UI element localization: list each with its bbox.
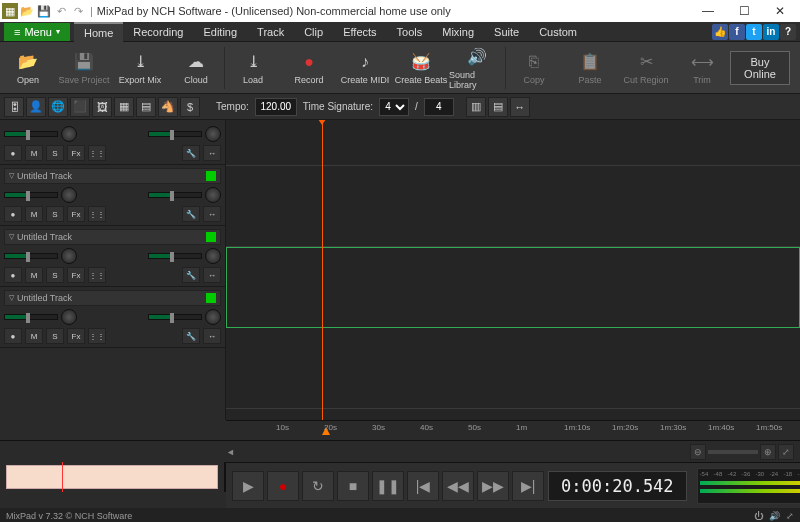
grip-button[interactable]: ⋮⋮ bbox=[88, 145, 106, 161]
main-menu-button[interactable]: Menu bbox=[4, 23, 70, 41]
linkedin-icon[interactable]: in bbox=[763, 24, 779, 40]
expand-button[interactable]: ↔ bbox=[203, 145, 221, 161]
volume-slider[interactable] bbox=[4, 192, 58, 198]
maximize-button[interactable]: ☐ bbox=[726, 0, 762, 22]
load-button[interactable]: ⤓Load bbox=[225, 44, 281, 92]
tool-icon-5[interactable]: ▦ bbox=[114, 97, 134, 117]
help-icon[interactable]: ? bbox=[780, 24, 796, 40]
solo-button[interactable]: S bbox=[46, 328, 64, 344]
record-button[interactable]: ● bbox=[4, 267, 22, 283]
tool-icon-6[interactable]: ▤ bbox=[136, 97, 156, 117]
track-2[interactable]: ▽Untitled Track●MSFx⋮⋮🔧↔ bbox=[0, 226, 225, 287]
view-icon-1[interactable]: ▤ bbox=[488, 97, 508, 117]
fx-button[interactable]: Fx bbox=[67, 267, 85, 283]
zoom-fit-button[interactable]: ⤢ bbox=[778, 444, 794, 460]
tab-effects[interactable]: Effects bbox=[333, 22, 386, 42]
tool-icon-7[interactable]: 🐴 bbox=[158, 97, 178, 117]
gain-slider[interactable] bbox=[148, 253, 202, 259]
record-button[interactable]: ● bbox=[4, 145, 22, 161]
overview-strip[interactable] bbox=[0, 462, 226, 492]
track-3[interactable]: ▽Untitled Track●MSFx⋮⋮🔧↔ bbox=[0, 287, 225, 348]
tool-icon-1[interactable]: 👤 bbox=[26, 97, 46, 117]
record-button[interactable]: ● bbox=[4, 328, 22, 344]
gain-slider[interactable] bbox=[148, 314, 202, 320]
tool-icon-8[interactable]: $ bbox=[180, 97, 200, 117]
timesig-den-input[interactable] bbox=[424, 98, 454, 116]
settings-button[interactable]: 🔧 bbox=[182, 206, 200, 222]
tab-track[interactable]: Track bbox=[247, 22, 294, 42]
status-icon-2[interactable]: ⤢ bbox=[786, 511, 794, 521]
settings-button[interactable]: 🔧 bbox=[182, 328, 200, 344]
mute-button[interactable]: M bbox=[25, 145, 43, 161]
sound-library-button[interactable]: 🔊Sound Library bbox=[449, 44, 505, 92]
timesig-num-select[interactable]: 4 bbox=[379, 98, 409, 116]
create-beats-button[interactable]: 🥁Create Beats bbox=[393, 44, 449, 92]
start-button[interactable]: |◀ bbox=[407, 471, 439, 501]
timeline[interactable] bbox=[226, 120, 800, 420]
track-lane-0[interactable] bbox=[226, 120, 800, 166]
create-midi-button[interactable]: ♪Create MIDI bbox=[337, 44, 393, 92]
pan-knob[interactable] bbox=[61, 309, 77, 325]
view-icon-0[interactable]: ▥ bbox=[466, 97, 486, 117]
fx-button[interactable]: Fx bbox=[67, 145, 85, 161]
zoom-out-button[interactable]: ⊖ bbox=[690, 444, 706, 460]
solo-button[interactable]: S bbox=[46, 145, 64, 161]
volume-slider[interactable] bbox=[4, 253, 58, 259]
expand-button[interactable]: ↔ bbox=[203, 267, 221, 283]
tab-mixing[interactable]: Mixing bbox=[432, 22, 484, 42]
twitter-icon[interactable]: t bbox=[746, 24, 762, 40]
end-button[interactable]: ▶| bbox=[512, 471, 544, 501]
tab-custom[interactable]: Custom bbox=[529, 22, 587, 42]
knob[interactable] bbox=[205, 248, 221, 264]
tool-icon-0[interactable]: 🎛 bbox=[4, 97, 24, 117]
record-button[interactable]: ● bbox=[267, 471, 299, 501]
record-button[interactable]: ●Record bbox=[281, 44, 337, 92]
volume-slider[interactable] bbox=[4, 314, 58, 320]
tab-suite[interactable]: Suite bbox=[484, 22, 529, 42]
thumb-icon[interactable]: 👍 bbox=[712, 24, 728, 40]
gain-slider[interactable] bbox=[148, 192, 202, 198]
tempo-input[interactable] bbox=[255, 98, 297, 116]
pan-knob[interactable] bbox=[61, 126, 77, 142]
mute-button[interactable]: M bbox=[25, 328, 43, 344]
track-1[interactable]: ▽Untitled Track●MSFx⋮⋮🔧↔ bbox=[0, 165, 225, 226]
forward-button[interactable]: ▶▶ bbox=[477, 471, 509, 501]
settings-button[interactable]: 🔧 bbox=[182, 145, 200, 161]
pause-button[interactable]: ❚❚ bbox=[372, 471, 404, 501]
tab-editing[interactable]: Editing bbox=[193, 22, 247, 42]
mute-button[interactable]: M bbox=[25, 206, 43, 222]
tab-clip[interactable]: Clip bbox=[294, 22, 333, 42]
knob[interactable] bbox=[205, 187, 221, 203]
solo-button[interactable]: S bbox=[46, 267, 64, 283]
playhead[interactable] bbox=[322, 120, 323, 420]
fx-button[interactable]: Fx bbox=[67, 328, 85, 344]
zoom-slider[interactable] bbox=[708, 450, 758, 454]
status-icon-1[interactable]: 🔊 bbox=[769, 511, 780, 521]
knob[interactable] bbox=[205, 126, 221, 142]
close-button[interactable]: ✕ bbox=[762, 0, 798, 22]
facebook-icon[interactable]: f bbox=[729, 24, 745, 40]
rewind-button[interactable]: ◀◀ bbox=[442, 471, 474, 501]
tab-home[interactable]: Home bbox=[74, 22, 123, 42]
stop-button[interactable]: ■ bbox=[337, 471, 369, 501]
cloud-button[interactable]: ☁Cloud bbox=[168, 44, 224, 92]
qat-save-icon[interactable]: 💾 bbox=[36, 3, 52, 19]
track-lane-2[interactable] bbox=[226, 247, 800, 328]
grip-button[interactable]: ⋮⋮ bbox=[88, 267, 106, 283]
qat-undo-icon[interactable]: ↶ bbox=[53, 3, 69, 19]
track-color-icon[interactable] bbox=[206, 232, 216, 242]
view-icon-2[interactable]: ↔ bbox=[510, 97, 530, 117]
track-lane-1[interactable] bbox=[226, 166, 800, 247]
track-color-icon[interactable] bbox=[206, 171, 216, 181]
track-lane-3[interactable] bbox=[226, 328, 800, 409]
track-0[interactable]: ●MSFx⋮⋮🔧↔ bbox=[0, 120, 225, 165]
tab-recording[interactable]: Recording bbox=[123, 22, 193, 42]
time-ruler[interactable]: 10s20s30s40s50s1m1m:10s1m:20s1m:30s1m:40… bbox=[226, 420, 800, 440]
status-icon-0[interactable]: ⏻ bbox=[754, 511, 763, 521]
open-button[interactable]: 📂Open bbox=[0, 44, 56, 92]
grip-button[interactable]: ⋮⋮ bbox=[88, 328, 106, 344]
mute-button[interactable]: M bbox=[25, 267, 43, 283]
tab-tools[interactable]: Tools bbox=[387, 22, 433, 42]
gain-slider[interactable] bbox=[148, 131, 202, 137]
grip-button[interactable]: ⋮⋮ bbox=[88, 206, 106, 222]
